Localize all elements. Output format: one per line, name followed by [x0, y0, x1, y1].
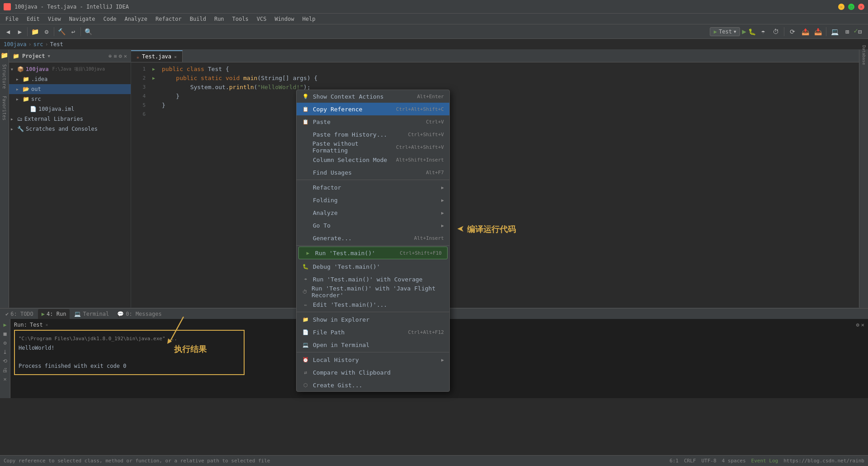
print-button[interactable]: 🖨 — [1, 366, 9, 374]
toolbar-vcs2[interactable]: 📥 — [812, 26, 823, 37]
project-locate-icon[interactable]: ⊕ — [108, 53, 112, 59]
run-gutter-1[interactable]: ▶ — [152, 67, 155, 71]
menu-run[interactable]: Run — [211, 15, 228, 23]
ctx-create-gist[interactable]: ⬡ Create Gist... — [297, 379, 449, 391]
close-button[interactable]: ✕ — [858, 4, 864, 10]
minimize-button[interactable]: − — [838, 4, 844, 10]
menu-navigate[interactable]: Navigate — [66, 15, 99, 23]
soft-wrap-button[interactable]: ⟲ — [1, 357, 9, 365]
ctx-copy-reference[interactable]: 📋 Copy Reference Ctrl+Alt+Shift+C — [297, 103, 449, 115]
project-gear-icon[interactable]: ⚙ — [119, 53, 122, 59]
ctx-paste-no-format[interactable]: Paste without Formatting Ctrl+Alt+Shift+… — [297, 141, 449, 153]
bottom-tab-todo[interactable]: ✔ 6: TODO — [2, 309, 37, 319]
menu-view[interactable]: View — [44, 15, 65, 23]
code-editor[interactable]: 1 ▶ public class Test { 2 ▶ public stati… — [131, 62, 859, 308]
run-button[interactable]: ▶ — [742, 27, 746, 36]
database-icon[interactable]: Database — [860, 52, 868, 59]
status-event-log[interactable]: Event Log — [751, 458, 778, 464]
ctx-find-usages[interactable]: Find Usages Alt+F7 — [297, 166, 449, 179]
ctx-generate[interactable]: Generate... Alt+Insert — [297, 232, 449, 244]
breadcrumb-root[interactable]: 100java — [4, 41, 27, 48]
breadcrumb-file[interactable]: Test — [50, 41, 63, 48]
toolbar-update[interactable]: ⟳ — [787, 26, 798, 37]
tree-out-folder[interactable]: ▶ 📂 out — [9, 84, 131, 94]
breadcrumb-src[interactable]: src — [33, 41, 43, 48]
toolbar-terminal[interactable]: 💻 — [829, 26, 840, 37]
toolbar-vcs[interactable]: 📤 — [800, 26, 811, 37]
project-settings-icon[interactable]: ≡ — [113, 53, 117, 59]
ctx-open-terminal[interactable]: 💻 Open in Terminal — [297, 338, 449, 351]
toolbar-forward-button[interactable]: ▶ — [14, 26, 25, 37]
toolbar-build[interactable]: 🔨 — [56, 26, 67, 37]
debug-button[interactable]: 🐛 — [748, 28, 756, 35]
ctx-compare-clipboard[interactable]: ⇄ Compare with Clipboard — [297, 366, 449, 379]
tab-close-button[interactable]: ✕ — [174, 54, 177, 59]
ctx-file-path[interactable]: 📄 File Path Ctrl+Alt+F12 — [297, 326, 449, 338]
menu-vcs[interactable]: VCS — [253, 15, 270, 23]
ctx-analyze[interactable]: Analyze ▶ — [297, 206, 449, 219]
menu-code[interactable]: Code — [100, 15, 120, 23]
ctx-refactor[interactable]: Refactor ▶ — [297, 181, 449, 194]
stop-button[interactable]: ■ — [1, 330, 9, 338]
bottom-tab-run[interactable]: ▶ 4: Run — [38, 309, 70, 319]
run-gutter-2[interactable]: ▶ — [152, 76, 155, 81]
run-panel-close-icon[interactable]: ✕ — [861, 322, 864, 328]
close-run-button[interactable]: ✕ — [1, 375, 9, 383]
menu-tools[interactable]: Tools — [229, 15, 252, 23]
tree-external-libraries[interactable]: ▶ 🗂 External Libraries — [9, 114, 131, 124]
tree-iml-file[interactable]: 📄 100java.iml — [9, 104, 131, 114]
bottom-tab-terminal[interactable]: 💻 Terminal — [71, 309, 113, 319]
ctx-run-flight[interactable]: ⏱ Run 'Test.main()' with 'Java Flight Re… — [297, 285, 449, 298]
toolbar-settings[interactable]: ⚙ — [41, 26, 52, 37]
run-config-selector[interactable]: ▶ Test ▼ — [710, 27, 741, 36]
status-spaces[interactable]: 4 spaces — [722, 458, 746, 464]
menu-file[interactable]: File — [2, 15, 22, 23]
toolbar-coverage[interactable]: ☂ — [758, 26, 769, 37]
ctx-run-main[interactable]: ▶ Run 'Test.main()' Ctrl+Shift+F10 — [298, 247, 448, 259]
status-crlf[interactable]: CRLF — [684, 458, 696, 464]
tree-src-folder[interactable]: ▶ 📁 src — [9, 94, 131, 104]
menu-refactor[interactable]: Refactor — [152, 15, 185, 23]
toolbar-search[interactable]: 🔍 — [83, 26, 94, 37]
ctx-edit-main[interactable]: ✏ Edit 'Test.main()'... — [297, 298, 449, 311]
run-panel-settings-icon[interactable]: ⚙ — [856, 322, 859, 328]
tree-root-100java[interactable]: ▼ 📦 100java F:\Java 项目\100java — [9, 64, 131, 74]
toolbar-back-button[interactable]: ◀ — [3, 26, 14, 37]
ctx-run-coverage[interactable]: ☂ Run 'Test.main()' with Coverage — [297, 273, 449, 285]
run-tab-close[interactable]: ✕ — [46, 323, 48, 327]
ctx-paste-history[interactable]: Paste from History... Ctrl+Shift+V — [297, 128, 449, 141]
toolbar-profiler[interactable]: ⏱ — [770, 26, 781, 37]
ctx-show-context-actions[interactable]: 💡 Show Context Actions Alt+Enter — [297, 90, 449, 103]
ctx-paste[interactable]: 📋 Paste Ctrl+V — [297, 115, 449, 128]
status-position[interactable]: 6:1 — [670, 458, 679, 464]
line-gutter-2[interactable]: ▶ — [149, 76, 158, 81]
status-encoding[interactable]: UTF-8 — [701, 458, 716, 464]
tree-scratches[interactable]: ▶ 🔧 Scratches and Consoles — [9, 124, 131, 134]
menu-window[interactable]: Window — [271, 15, 297, 23]
maximize-button[interactable]: □ — [848, 4, 854, 10]
ctx-goto[interactable]: Go To ▶ — [297, 219, 449, 232]
toolbar-expand[interactable]: ⊞ — [842, 26, 853, 37]
structure-tab[interactable]: Structure — [1, 62, 8, 90]
status-url[interactable]: https://blog.csdn.net/rainb — [783, 458, 864, 464]
ctx-column-selection[interactable]: Column Selection Mode Alt+Shift+Insert — [297, 153, 449, 166]
ctx-local-history[interactable]: ⏰ Local History ▶ — [297, 353, 449, 366]
ctx-show-explorer[interactable]: 📁 Show in Explorer — [297, 313, 449, 326]
project-close-icon[interactable]: ✕ — [124, 53, 127, 59]
run-again-button[interactable]: ▶ — [1, 321, 9, 329]
toolbar-recent-files[interactable]: 📁 — [29, 26, 40, 37]
editor-tab-test[interactable]: ☕ Test.java ✕ — [131, 50, 183, 62]
menu-build[interactable]: Build — [186, 15, 210, 23]
run-settings-button[interactable]: ⚙ — [1, 339, 9, 347]
toolbar-undo[interactable]: ↩ — [68, 26, 79, 37]
ctx-folding[interactable]: Folding ▶ — [297, 194, 449, 206]
bottom-tab-messages[interactable]: 💬 0: Messages — [113, 309, 165, 319]
line-gutter-1[interactable]: ▶ — [149, 67, 158, 71]
ctx-debug-main[interactable]: 🐛 Debug 'Test.main()' — [297, 260, 449, 273]
menu-help[interactable]: Help — [299, 15, 319, 23]
project-panel-icon[interactable]: 📁 — [1, 52, 8, 59]
menu-edit[interactable]: Edit — [23, 15, 43, 23]
scroll-end-button[interactable]: ⤓ — [1, 348, 9, 356]
tree-idea-folder[interactable]: ▶ 📁 .idea — [9, 74, 131, 84]
favorites-tab[interactable]: Favorites — [1, 94, 8, 122]
